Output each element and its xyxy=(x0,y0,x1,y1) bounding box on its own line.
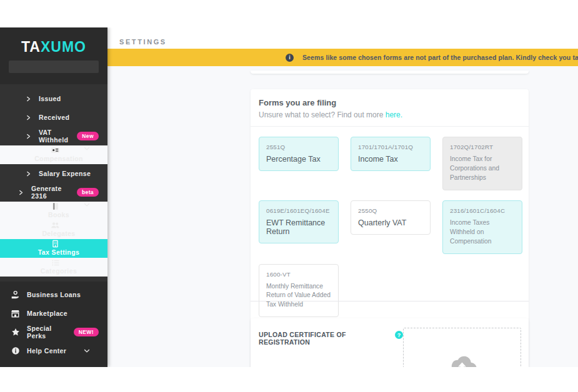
question-icon[interactable]: ? xyxy=(395,331,403,339)
taxumo-logo: TAXUMO xyxy=(9,39,99,56)
chevron-down-icon xyxy=(84,348,90,354)
chevron-down-icon xyxy=(84,145,90,152)
badge-new: New xyxy=(77,132,99,140)
tile-form-name: Income Tax xyxy=(358,155,423,164)
sidebar-item-label: Delegates xyxy=(42,230,75,237)
sidebar-item-label: Books xyxy=(48,211,69,218)
book-icon xyxy=(51,202,60,211)
sidebar-item-label: Received xyxy=(39,114,69,121)
cloud-upload-icon xyxy=(447,353,477,367)
users-icon xyxy=(51,220,60,230)
sidebar-item-business-loans[interactable]: Business Loans xyxy=(0,285,107,304)
logo-text-white: TA xyxy=(21,39,41,55)
info-icon xyxy=(11,346,20,356)
tile-form-name: Income Tax for Corporations and Partners… xyxy=(450,155,515,183)
sidebar-item-categories[interactable]: Categories xyxy=(0,258,107,277)
upload-certificate-label: UPLOAD CERTIFICATE OF REGISTRATION ? xyxy=(259,331,403,367)
tax-form-tiles-grid: 2551QPercentage Tax1701/1701A/1701QIncom… xyxy=(251,127,529,321)
tax-form-tile-2551q[interactable]: 2551QPercentage Tax xyxy=(259,137,339,171)
upload-row: UPLOAD CERTIFICATE OF REGISTRATION ? xyxy=(251,318,529,367)
chevron-right-icon xyxy=(26,134,31,139)
sidebar-item-marketplace[interactable]: Marketplace xyxy=(0,304,107,323)
forms-card-title: Forms you are filing xyxy=(259,98,521,107)
sidebar-item-books[interactable]: Books xyxy=(0,202,107,220)
info-circle-icon: i xyxy=(286,54,294,62)
chevron-right-icon xyxy=(26,96,31,102)
tile-form-code: 1600-VT xyxy=(266,271,331,278)
page-title: SETTINGS xyxy=(119,38,167,46)
sidebar-item-label: Issued xyxy=(39,95,61,102)
tax-form-tile-1701-1701a-1701q[interactable]: 1701/1701A/1701QIncome Tax xyxy=(351,137,431,171)
tax-form-tile-2550q[interactable]: 2550QQuarterly VAT xyxy=(351,200,431,235)
tile-form-code: 2551Q xyxy=(266,144,331,150)
logo-area: TAXUMO xyxy=(0,27,107,79)
building-icon xyxy=(51,239,60,248)
tile-form-code: 2316/1601C/1604C xyxy=(450,207,515,214)
sidebar-item-tax-settings[interactable]: Tax Settings xyxy=(0,239,107,258)
logo-text-cyan: XUMO xyxy=(41,39,86,55)
sidebar-item-label: Special Perks xyxy=(27,325,67,340)
sidebar-item-label: Tax Settings xyxy=(38,248,79,256)
tile-form-name: Quarterly VAT xyxy=(358,218,423,227)
section-divider xyxy=(251,301,529,301)
sidebar-nav-secondary: Business LoansMarketplaceSpecial PerksNE… xyxy=(0,282,107,364)
storefront-icon xyxy=(11,309,20,318)
sidebar-item-vat-withheld[interactable]: VAT WithheldNew xyxy=(0,127,107,145)
find-out-more-link[interactable]: here. xyxy=(386,110,402,119)
sidebar-item-label: Generate 2316 xyxy=(31,185,71,200)
chevron-down-icon xyxy=(84,202,90,208)
topbar: SETTINGS xyxy=(107,27,578,49)
sidebar-item-delegates[interactable]: Delegates xyxy=(0,220,107,239)
sidebar-item-help-center[interactable]: Help Center xyxy=(0,341,107,360)
forms-card-subtitle-text: Unsure what to select? Find out more xyxy=(259,110,386,119)
upload-certificate-card: UPLOAD CERTIFICATE OF REGISTRATION ? xyxy=(251,318,529,367)
sidebar: TAXUMO IssuedReceivedVAT WithheldNewComp… xyxy=(0,27,107,367)
sidebar-item-label: Categories xyxy=(41,267,77,275)
main-area: SETTINGS i Seems like some chosen forms … xyxy=(107,27,578,367)
sidebar-item-generate-2316[interactable]: Generate 2316beta xyxy=(0,183,107,202)
sidebar-item-special-perks[interactable]: Special PerksNEW! xyxy=(0,323,107,341)
sidebar-search-box[interactable] xyxy=(9,61,99,73)
previous-card-edge xyxy=(251,71,529,74)
sidebar-item-label: Compensation xyxy=(34,155,83,162)
sidebar-item-salary-expense[interactable]: Salary Expense xyxy=(0,164,107,183)
tile-form-code: 1701/1701A/1701Q xyxy=(358,144,423,150)
sidebar-nav-primary: IssuedReceivedVAT WithheldNewCompensatio… xyxy=(0,84,107,282)
sidebar-item-received[interactable]: Received xyxy=(0,108,107,127)
wallet-icon xyxy=(51,145,60,155)
badge-beta: beta xyxy=(77,188,99,197)
warning-banner: i Seems like some chosen forms are not p… xyxy=(107,49,578,66)
app-window: TAXUMO IssuedReceivedVAT WithheldNewComp… xyxy=(0,27,578,367)
sidebar-item-label: Help Center xyxy=(27,347,66,355)
chevron-right-icon xyxy=(26,171,31,177)
tax-form-tile-1702q-1702rt: 1702Q/1702RTIncome Tax for Corporations … xyxy=(442,137,522,190)
upload-certificate-label-text: UPLOAD CERTIFICATE OF REGISTRATION xyxy=(259,331,390,346)
tax-form-tile-1600-vt[interactable]: 1600-VTMonthly Remittance Return of Valu… xyxy=(259,264,339,318)
star-icon xyxy=(11,328,20,337)
tile-form-name: EWT Remittance Return xyxy=(266,218,331,236)
certificate-dropzone[interactable] xyxy=(403,328,521,367)
sidebar-item-label: VAT Withheld xyxy=(39,129,71,144)
sidebar-item-label: Salary Expense xyxy=(39,170,91,177)
forms-card-header: Forms you are filing Unsure what to sele… xyxy=(251,89,529,127)
warning-banner-text: Seems like some chosen forms are not par… xyxy=(302,54,578,61)
sidebar-item-label: Marketplace xyxy=(27,310,67,317)
sidebar-item-label: Business Loans xyxy=(27,291,81,298)
tile-form-name: Percentage Tax xyxy=(266,155,331,164)
content-scroll-area: Forms you are filing Unsure what to sele… xyxy=(107,66,578,367)
tile-form-code: 0619E/1601EQ/1604E xyxy=(266,207,331,214)
sidebar-item-compensation[interactable]: Compensation xyxy=(0,145,107,164)
tax-form-tile-2316-1601c-1604c[interactable]: 2316/1601C/1604CIncome Taxes Withheld on… xyxy=(442,200,522,254)
tile-form-name: Income Taxes Withheld on Compensation xyxy=(450,218,515,247)
tile-form-code: 2550Q xyxy=(358,207,423,214)
tile-form-name: Monthly Remittance Return of Value Added… xyxy=(266,282,331,310)
forms-card-subtitle: Unsure what to select? Find out more her… xyxy=(259,110,521,119)
chevron-right-icon xyxy=(26,115,31,120)
list-icon xyxy=(51,258,60,267)
badge-new: NEW! xyxy=(74,328,99,336)
sidebar-item-issued[interactable]: Issued xyxy=(0,89,107,108)
chevron-right-icon xyxy=(18,190,24,195)
tax-form-tile-0619e-1601eq-1604e[interactable]: 0619E/1601EQ/1604EEWT Remittance Return xyxy=(259,200,339,243)
tile-form-code: 1702Q/1702RT xyxy=(450,144,515,150)
hand-coin-icon xyxy=(11,290,20,300)
